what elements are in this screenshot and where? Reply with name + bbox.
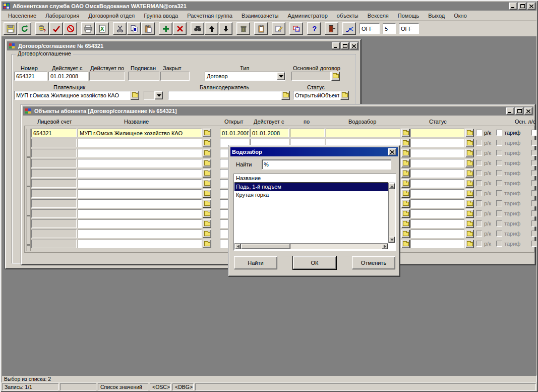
print-icon[interactable] (81, 22, 95, 35)
status-browse-button[interactable] (465, 189, 474, 198)
account-cell[interactable]: 654321 (31, 129, 77, 137)
account-cell[interactable] (31, 240, 77, 248)
tariff-checkbox[interactable] (496, 180, 502, 186)
tariff-checkbox[interactable] (496, 140, 502, 146)
name-browse-button[interactable] (203, 149, 211, 157)
main-account-checkbox[interactable] (531, 231, 536, 237)
next-record-icon[interactable] (219, 22, 232, 35)
intake-browse-button[interactable] (401, 189, 410, 198)
minimize-icon[interactable] (332, 42, 340, 49)
intake-browse-button[interactable] (401, 169, 410, 178)
menu-item[interactable]: Векселя (363, 12, 393, 20)
tariff-checkbox[interactable] (496, 130, 502, 136)
payer-code-field[interactable] (144, 91, 155, 100)
name-cell[interactable]: МУП г.Омска Жилищное хозяйство КАО (78, 129, 202, 137)
intake-browse-button[interactable] (401, 129, 410, 137)
account-cell[interactable] (31, 189, 77, 198)
status-browse-button[interactable] (465, 179, 474, 188)
main-account-checkbox[interactable] (531, 180, 536, 186)
scroll-right-icon[interactable] (382, 244, 388, 249)
pk-checkbox[interactable] (476, 170, 482, 176)
menu-item[interactable]: объекты (332, 12, 363, 20)
name-cell[interactable] (78, 159, 202, 167)
name-browse-button[interactable] (203, 129, 211, 137)
tariff-checkbox[interactable] (496, 190, 502, 196)
menu-item[interactable]: Администратор (283, 12, 332, 20)
type-combobox[interactable]: Договор (205, 72, 285, 81)
paste-icon[interactable] (141, 22, 155, 35)
status-cell[interactable] (410, 179, 464, 188)
tariff-checkbox[interactable] (496, 210, 502, 216)
menu-item[interactable]: Договорной отдел (84, 12, 139, 20)
signed-field[interactable] (128, 72, 159, 81)
scroll-down-icon[interactable] (389, 237, 395, 243)
main-account-checkbox[interactable] (531, 190, 536, 196)
insert-record-icon[interactable] (159, 22, 172, 35)
intake-browse-button[interactable] (401, 240, 410, 248)
name-browse-button[interactable] (203, 219, 211, 228)
menu-item[interactable]: Выход (424, 12, 449, 20)
status-browse-button[interactable] (465, 169, 474, 178)
name-cell[interactable] (78, 209, 202, 218)
status-browse-button[interactable] (465, 219, 474, 228)
list-item[interactable]: Падь, 1-й подъем (234, 183, 388, 191)
intake-cell[interactable] (326, 129, 400, 137)
status-cell[interactable] (410, 209, 464, 218)
tariff-checkbox[interactable] (496, 170, 502, 176)
name-browse-button[interactable] (203, 189, 211, 198)
number-field[interactable]: 654321 (14, 72, 47, 81)
clear-record-icon[interactable] (236, 22, 250, 35)
tariff-checkbox[interactable] (496, 150, 502, 156)
find-button[interactable]: Найти (234, 256, 277, 269)
pk-checkbox[interactable] (476, 200, 482, 206)
toolbar-field-3[interactable] (399, 23, 419, 34)
main-account-checkbox[interactable] (531, 241, 536, 247)
pk-checkbox[interactable] (476, 210, 482, 216)
status-cell[interactable] (410, 230, 464, 238)
minimize-icon[interactable] (506, 107, 514, 115)
cut-icon[interactable] (113, 22, 127, 35)
main-account-checkbox[interactable] (531, 160, 536, 166)
intake-browse-button[interactable] (401, 139, 410, 147)
name-browse-button[interactable] (203, 139, 211, 147)
cancel-button[interactable]: Отменить (352, 256, 395, 269)
toolbar-field-1[interactable] (360, 23, 380, 34)
balance-holder-browse-button[interactable] (281, 91, 290, 100)
name-browse-button[interactable] (203, 209, 211, 218)
scroll-up-icon[interactable] (389, 183, 395, 189)
tariff-checkbox[interactable] (496, 241, 502, 247)
account-cell[interactable] (31, 209, 77, 218)
close-icon[interactable] (350, 42, 358, 49)
type-combo-arrow-icon[interactable] (277, 72, 285, 80)
status-cell[interactable] (410, 149, 464, 157)
toolbar-field-2[interactable] (383, 23, 396, 34)
main-contract-field[interactable] (291, 72, 331, 81)
intake-browse-button[interactable] (401, 149, 410, 157)
status-cell[interactable] (410, 240, 464, 248)
tariff-checkbox[interactable] (496, 231, 502, 237)
pk-checkbox[interactable] (476, 150, 482, 156)
account-cell[interactable] (31, 219, 77, 228)
name-cell[interactable] (78, 240, 202, 248)
enter-query-icon[interactable]: ? (35, 22, 49, 35)
menu-item[interactable]: Лаборатория (41, 12, 84, 20)
status-browse-button[interactable] (465, 199, 474, 208)
valid-from-cell[interactable]: 01.01.2008 (250, 129, 289, 137)
previous-record-icon[interactable] (205, 22, 218, 35)
main-account-checkbox[interactable] (531, 150, 536, 156)
pk-checkbox[interactable] (476, 180, 482, 186)
status-cell[interactable] (410, 169, 464, 178)
menu-item[interactable]: Взаимозачеты (237, 12, 283, 20)
status-browse-button[interactable] (465, 240, 474, 248)
name-cell[interactable] (78, 219, 202, 228)
status-cell[interactable] (410, 219, 464, 228)
intake-browse-button[interactable] (401, 159, 410, 167)
balance-holder-field[interactable] (168, 91, 281, 100)
name-cell[interactable] (78, 230, 202, 238)
account-cell[interactable] (31, 139, 77, 147)
window-list-icon[interactable]: F1 (289, 22, 303, 35)
intake-browse-button[interactable] (401, 209, 410, 218)
payer-browse-button[interactable] (131, 91, 139, 100)
name-browse-button[interactable] (203, 240, 211, 248)
main-account-checkbox[interactable] (531, 200, 536, 206)
